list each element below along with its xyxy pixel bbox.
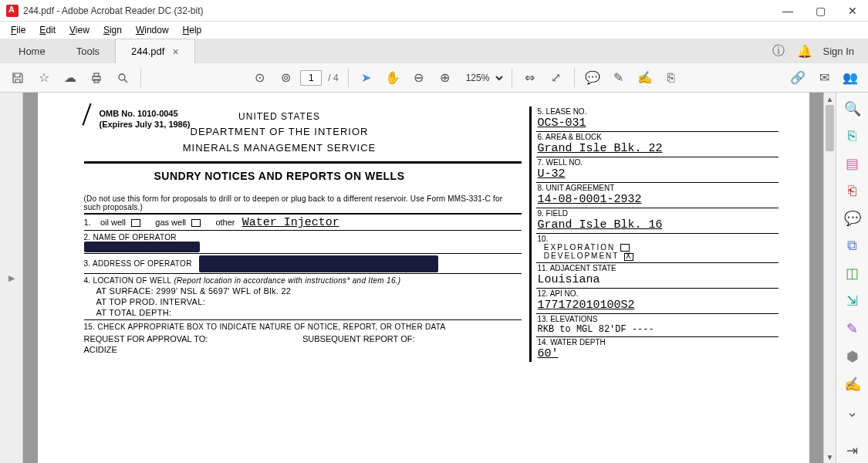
right-rail: 🔍 ⎘ ▤ ⎗ 💬 ⧉ ◫ ⇲ ✎ ⬢ ✍ ⌄ ⇥ bbox=[836, 93, 868, 463]
rail-compress-icon[interactable]: ⇲ bbox=[843, 292, 862, 309]
highlight-icon[interactable]: ✎ bbox=[607, 66, 630, 90]
rail-collapse-icon[interactable]: ⇥ bbox=[843, 442, 862, 459]
rail-comment-icon[interactable]: 💬 bbox=[843, 210, 862, 227]
pointer-icon[interactable]: ➤ bbox=[355, 66, 378, 90]
field-area: 6. AREA & BLOCKGrand Isle Blk. 22 bbox=[536, 132, 778, 157]
star-icon[interactable]: ☆ bbox=[32, 66, 56, 90]
zoom-out-icon[interactable]: ⊖ bbox=[407, 66, 431, 90]
pdf-page: OMB No. 1010-0045 (Expires July 31, 1986… bbox=[38, 93, 809, 463]
field-api: 12. API NO.177172010100S2 bbox=[536, 289, 778, 314]
search-icon[interactable] bbox=[111, 66, 134, 90]
app-icon bbox=[6, 5, 19, 17]
rail-combine-icon[interactable]: ⧉ bbox=[843, 238, 862, 254]
row-4: 4. LOCATION OF WELL (Report location in … bbox=[84, 273, 522, 319]
link-icon[interactable]: 🔗 bbox=[786, 66, 809, 90]
tab-close-icon[interactable]: × bbox=[172, 46, 178, 58]
stamp-icon[interactable]: ⎘ bbox=[660, 66, 683, 90]
header-line3: MINERALS MANAGEMENT SERVICE bbox=[38, 140, 522, 157]
rail-fill-icon[interactable]: ✎ bbox=[843, 320, 862, 337]
rail-sign-icon[interactable]: ✍ bbox=[843, 376, 862, 393]
page-down-icon[interactable]: ⊚ bbox=[274, 66, 297, 90]
form-note: (Do not use this form for proposals to d… bbox=[84, 194, 522, 211]
rail-search-icon[interactable]: 🔍 bbox=[843, 100, 862, 117]
toolbar: ☆ ☁ ⊙ ⊚ / 4 ➤ ✋ ⊖ ⊕ 125% ⇔ ⤢ 💬 ✎ ✍ ⎘ 🔗 ✉… bbox=[0, 63, 868, 93]
form-title: SUNDRY NOTICES AND REPORTS ON WELLS bbox=[38, 170, 522, 182]
field-well: 7. WELL NO.U-32 bbox=[536, 157, 778, 183]
print-icon[interactable] bbox=[85, 66, 108, 90]
email-icon[interactable]: ✉ bbox=[812, 66, 836, 90]
rail-protect-icon[interactable]: ⬢ bbox=[843, 348, 862, 365]
scroll-down-icon[interactable]: ▼ bbox=[824, 451, 836, 463]
field-lease: 5. LEASE NO.OCS-031 bbox=[536, 106, 778, 132]
rail-export-icon[interactable]: ⎘ bbox=[843, 128, 862, 144]
tab-tools[interactable]: Tools bbox=[61, 39, 115, 63]
menu-view[interactable]: View bbox=[63, 23, 96, 37]
field-depth: 14. WATER DEPTH60' bbox=[536, 337, 778, 362]
menubar: File Edit View Sign Window Help bbox=[0, 22, 868, 39]
omb-block: OMB No. 1010-0045 (Expires July 31, 1986… bbox=[100, 108, 191, 130]
vertical-scrollbar[interactable]: ▲ ▼ bbox=[823, 93, 836, 463]
page-total: / 4 bbox=[328, 73, 338, 83]
left-rail-toggle[interactable]: ▶ bbox=[8, 273, 15, 283]
bell-icon[interactable]: 🔔 bbox=[797, 43, 812, 59]
fit-page-icon[interactable]: ⤢ bbox=[545, 66, 568, 90]
left-rail: ▶ bbox=[0, 93, 23, 463]
row-15: 15. CHECK APPROPRIATE BOX TO INDICATE NA… bbox=[84, 319, 522, 355]
svg-line-4 bbox=[124, 79, 127, 83]
minimize-button[interactable]: — bbox=[778, 2, 797, 20]
tab-document[interactable]: 244.pdf × bbox=[115, 39, 195, 63]
page-number-input[interactable] bbox=[300, 70, 322, 86]
cloud-icon[interactable]: ☁ bbox=[59, 66, 82, 90]
tab-home[interactable]: Home bbox=[3, 39, 61, 63]
menu-window[interactable]: Window bbox=[130, 23, 175, 37]
rail-organize-icon[interactable]: ◫ bbox=[843, 265, 862, 282]
menu-sign[interactable]: Sign bbox=[97, 23, 128, 37]
rail-more-icon[interactable]: ⌄ bbox=[843, 404, 862, 421]
save-icon[interactable] bbox=[6, 66, 29, 90]
menu-file[interactable]: File bbox=[5, 23, 32, 37]
rail-edit-icon[interactable]: ▤ bbox=[843, 155, 862, 172]
field-field: 9. FIELDGrand Isle Blk. 16 bbox=[536, 208, 778, 234]
fit-width-icon[interactable]: ⇔ bbox=[518, 66, 542, 90]
document-area[interactable]: OMB No. 1010-0045 (Expires July 31, 1986… bbox=[23, 93, 823, 463]
field-exploration: 10. EXPLORATION DEVELOPMENT X bbox=[536, 234, 778, 263]
maximize-button[interactable]: ▢ bbox=[811, 2, 829, 20]
scrollbar-thumb[interactable] bbox=[826, 105, 834, 151]
comment-icon[interactable]: 💬 bbox=[581, 66, 604, 90]
zoom-in-icon[interactable]: ⊕ bbox=[434, 66, 457, 90]
tabbar: Home Tools 244.pdf × ⓘ 🔔 Sign In bbox=[0, 39, 868, 63]
help-icon[interactable]: ⓘ bbox=[771, 43, 786, 59]
rail-create-icon[interactable]: ⎗ bbox=[843, 183, 862, 199]
titlebar: 244.pdf - Adobe Acrobat Reader DC (32-bi… bbox=[0, 0, 868, 22]
field-elev: 13. ELEVATIONSRKB to MGL 82'DF ---- bbox=[536, 314, 778, 337]
row-3: 3. ADDRESS OF OPERATOR bbox=[84, 253, 522, 273]
menu-help[interactable]: Help bbox=[177, 23, 208, 37]
tab-label: 244.pdf bbox=[131, 46, 164, 57]
field-unit: 8. UNIT AGREEMENT14-08-0001-2932 bbox=[536, 183, 778, 208]
window-title: 244.pdf - Adobe Acrobat Reader DC (32-bi… bbox=[23, 5, 778, 16]
sign-icon[interactable]: ✍ bbox=[633, 66, 657, 90]
scroll-up-icon[interactable]: ▲ bbox=[824, 93, 836, 105]
svg-point-3 bbox=[119, 74, 125, 80]
field-state: 11. ADJACENT STATELouisiana bbox=[536, 263, 778, 289]
close-button[interactable]: ✕ bbox=[843, 2, 862, 20]
row-1: 1. oil well gas well other Water Injecto… bbox=[84, 213, 522, 230]
zoom-select[interactable]: 125% bbox=[460, 70, 505, 86]
svg-rect-2 bbox=[94, 79, 99, 83]
sign-in-link[interactable]: Sign In bbox=[823, 46, 854, 57]
hand-icon[interactable]: ✋ bbox=[381, 66, 404, 90]
page-up-icon[interactable]: ⊙ bbox=[248, 66, 271, 90]
row-2: 2. NAME OF OPERATOR bbox=[84, 230, 522, 253]
svg-rect-1 bbox=[94, 73, 99, 76]
menu-edit[interactable]: Edit bbox=[33, 23, 62, 37]
people-icon[interactable]: 👥 bbox=[839, 66, 862, 90]
